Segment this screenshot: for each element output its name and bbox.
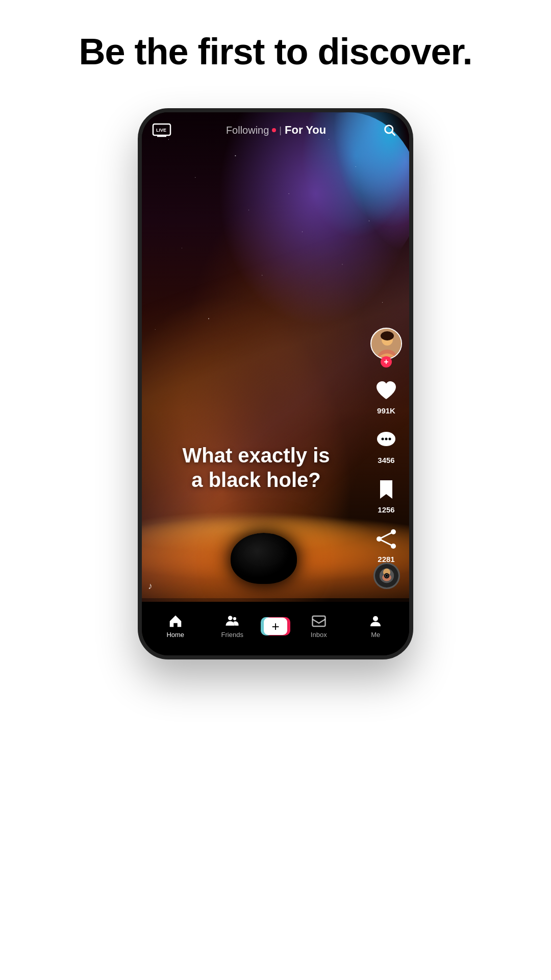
- like-action[interactable]: 991K: [372, 377, 400, 415]
- follow-button[interactable]: +: [381, 356, 392, 368]
- video-title-text: What exactly is a black hole?: [154, 443, 358, 492]
- music-disc: [373, 562, 400, 589]
- search-button[interactable]: [381, 121, 399, 139]
- page-headline: Be the first to discover.: [79, 31, 472, 72]
- following-label: Following: [226, 125, 269, 136]
- inbox-label: Inbox: [311, 631, 327, 639]
- svg-line-17: [379, 532, 393, 539]
- heart-icon: [374, 378, 398, 403]
- nav-create[interactable]: +: [261, 617, 290, 636]
- plus-sign: +: [271, 620, 279, 633]
- svg-line-18: [379, 539, 393, 546]
- title-line1: What exactly is: [182, 444, 330, 467]
- title-line2: a black hole?: [191, 469, 320, 491]
- nav-inbox[interactable]: Inbox: [290, 614, 347, 639]
- live-icon-container[interactable]: LIVE: [152, 123, 171, 137]
- bottom-navigation: Home Friends +: [142, 602, 409, 655]
- bookmark-count: 1256: [378, 505, 394, 514]
- inbox-icon: [311, 614, 327, 629]
- share-arrow-icon: [374, 527, 398, 551]
- speech-bubble-icon: [374, 428, 398, 452]
- me-label: Me: [371, 631, 380, 639]
- comment-icon: [372, 426, 400, 454]
- nav-me[interactable]: Me: [347, 614, 405, 639]
- video-title-overlay: What exactly is a black hole?: [154, 443, 358, 492]
- svg-point-24: [385, 574, 388, 577]
- creator-avatar-item[interactable]: +: [370, 328, 402, 365]
- like-count: 991K: [377, 406, 395, 415]
- bookmark-action[interactable]: 1256: [372, 476, 400, 514]
- disc-avatar: [375, 562, 398, 589]
- profile-icon: [368, 614, 383, 629]
- svg-rect-27: [312, 616, 325, 626]
- video-background: [142, 112, 409, 655]
- right-action-buttons: + 991K: [370, 328, 402, 564]
- music-note-icon: ♪: [148, 581, 153, 592]
- svg-point-11: [382, 438, 384, 440]
- svg-point-9: [381, 331, 394, 340]
- friends-icon: [224, 614, 240, 629]
- avatar-container: +: [370, 328, 402, 365]
- create-button[interactable]: +: [261, 617, 290, 636]
- nav-home[interactable]: Home: [147, 614, 204, 639]
- svg-point-26: [233, 617, 236, 620]
- nav-friends[interactable]: Friends: [204, 614, 261, 639]
- share-icon: [372, 525, 400, 553]
- svg-point-12: [385, 438, 388, 440]
- home-label: Home: [166, 631, 184, 639]
- tab-foryou[interactable]: For You: [285, 124, 326, 137]
- plus-btn-white: +: [264, 618, 287, 635]
- black-hole-visual: [231, 533, 312, 584]
- comment-count: 3456: [378, 456, 394, 464]
- nav-tabs: Following | For You: [226, 124, 326, 137]
- svg-point-13: [389, 438, 391, 440]
- comment-action[interactable]: 3456: [372, 426, 400, 464]
- black-hole-sphere: [231, 533, 297, 584]
- tab-following[interactable]: Following: [226, 125, 276, 136]
- friends-label: Friends: [221, 631, 243, 639]
- svg-text:LIVE: LIVE: [156, 128, 166, 133]
- avatar-illustration: [371, 329, 402, 359]
- phone-mockup: LIVE Following | For You: [138, 108, 413, 659]
- phone-screen: LIVE Following | For You: [142, 112, 409, 655]
- bookmark-svg-icon: [374, 477, 398, 502]
- home-icon: [168, 614, 183, 629]
- music-disc-inner: [373, 562, 400, 589]
- tv-icon: LIVE: [152, 123, 171, 137]
- svg-point-4: [385, 126, 393, 133]
- nav-divider: |: [279, 125, 282, 136]
- search-icon: [383, 123, 397, 137]
- following-dot: [272, 128, 276, 132]
- svg-point-25: [228, 616, 233, 620]
- svg-line-5: [392, 132, 395, 135]
- top-navigation: LIVE Following | For You: [142, 112, 409, 148]
- svg-point-28: [373, 616, 378, 621]
- avatar: [370, 328, 402, 359]
- bookmark-icon: [372, 476, 400, 503]
- like-icon: [372, 377, 400, 404]
- share-action[interactable]: 2281: [372, 525, 400, 564]
